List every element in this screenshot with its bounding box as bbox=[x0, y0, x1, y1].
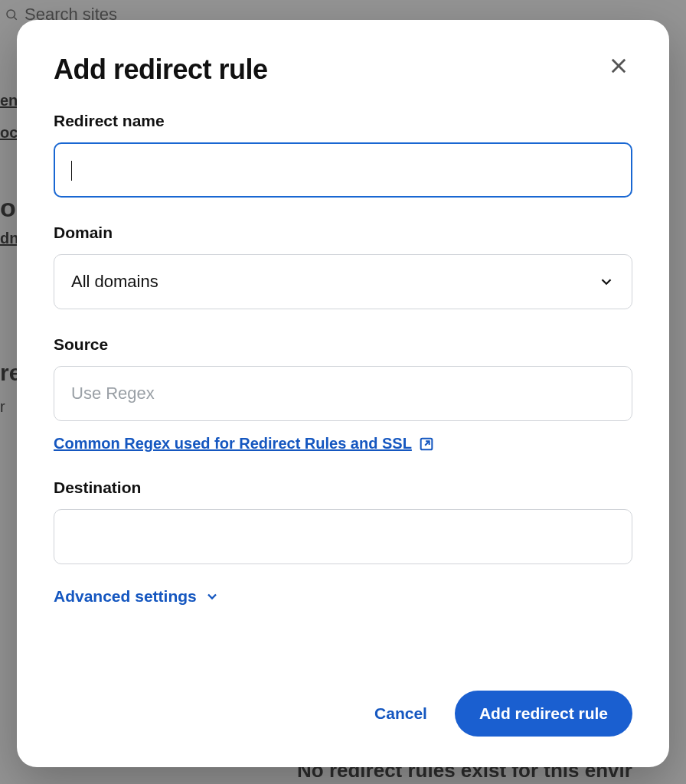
destination-label: Destination bbox=[54, 479, 632, 497]
source-group: Source Common Regex used for Redirect Ru… bbox=[54, 335, 632, 452]
modal-footer: Cancel Add redirect rule bbox=[54, 669, 632, 737]
domain-select[interactable]: All domains bbox=[54, 254, 632, 309]
source-input[interactable] bbox=[54, 366, 632, 421]
domain-label: Domain bbox=[54, 224, 632, 242]
chevron-down-icon bbox=[598, 273, 615, 290]
modal-title: Add redirect rule bbox=[54, 54, 268, 86]
modal-header: Add redirect rule bbox=[54, 54, 632, 86]
redirect-name-group: Redirect name bbox=[54, 112, 632, 198]
regex-help-link-text: Common Regex used for Redirect Rules and… bbox=[54, 435, 412, 452]
redirect-name-input[interactable] bbox=[54, 142, 632, 198]
regex-help-link[interactable]: Common Regex used for Redirect Rules and… bbox=[54, 435, 435, 452]
chevron-down-icon bbox=[204, 589, 220, 604]
add-redirect-rule-modal: Add redirect rule Redirect name Domain A… bbox=[17, 20, 669, 767]
domain-group: Domain All domains bbox=[54, 224, 632, 309]
domain-selected-value: All domains bbox=[71, 272, 158, 292]
redirect-name-label: Redirect name bbox=[54, 112, 632, 130]
cancel-button[interactable]: Cancel bbox=[370, 697, 432, 730]
submit-button[interactable]: Add redirect rule bbox=[455, 691, 632, 737]
external-link-icon bbox=[418, 436, 435, 452]
close-button[interactable] bbox=[605, 52, 632, 82]
advanced-settings-label: Advanced settings bbox=[54, 587, 197, 606]
destination-group: Destination bbox=[54, 479, 632, 564]
source-label: Source bbox=[54, 335, 632, 354]
close-icon bbox=[608, 55, 629, 77]
destination-input[interactable] bbox=[54, 509, 632, 564]
advanced-settings-toggle[interactable]: Advanced settings bbox=[54, 587, 632, 606]
text-caret bbox=[71, 161, 73, 181]
